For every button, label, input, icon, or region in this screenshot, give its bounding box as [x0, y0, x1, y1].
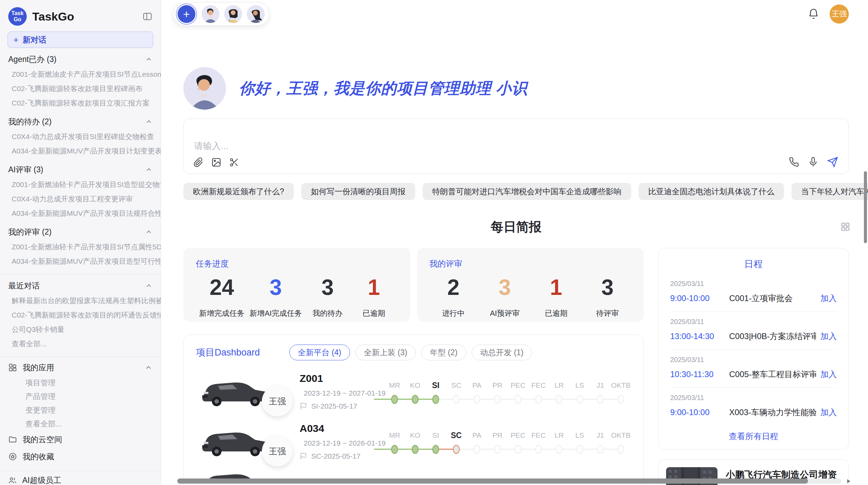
milestone-label: MR	[384, 380, 405, 391]
sidebar-task-item[interactable]: A034-全新新能源MUV产品开发项目计划变更表编写	[0, 144, 161, 158]
suggestion-chip[interactable]: 比亚迪全固态电池计划具体说了什么	[639, 183, 784, 200]
project-row-a034[interactable]: 王强 A034 2023-12-19 ~ 2026-01-19 SC-2025-…	[196, 423, 631, 460]
section-header-recent-chats[interactable]: 最近对话	[0, 278, 161, 294]
stat-label: 已逾期	[353, 308, 394, 319]
message-composer[interactable]	[183, 119, 849, 174]
sidebar-collapse-icon[interactable]	[142, 11, 153, 22]
layout-grid-icon[interactable]	[840, 221, 851, 232]
sidebar-task-item[interactable]: A034-全新新能源MUV产品开发项目造型可行性评审	[0, 254, 161, 269]
dashboard-tab[interactable]: 动总开发 (1)	[472, 345, 532, 360]
join-button[interactable]: 加入	[820, 407, 837, 418]
milestone: PR	[487, 379, 508, 404]
milestone-dot	[515, 445, 521, 454]
new-chat-button[interactable]: + 新对话	[8, 32, 153, 48]
phone-call-icon[interactable]	[789, 157, 799, 167]
horizontal-scrollbar-thumb[interactable]	[177, 478, 808, 484]
section-header-ai-review[interactable]: AI评审 (3)	[0, 162, 161, 177]
sidebar-task-item[interactable]: C02-飞腾新能源轻客改款项目立项汇报方案	[0, 96, 161, 110]
people-icon	[8, 476, 17, 485]
project-vehicle-image: 王强	[196, 373, 275, 410]
user-avatar[interactable]: 王强	[830, 4, 849, 24]
schedule-time: 9:00-10:00	[670, 294, 729, 303]
scroll-right-arrow-icon[interactable]	[845, 478, 852, 484]
milestone-track: MR KO SI SC PA	[384, 379, 631, 404]
suggestion-chip[interactable]: 特朗普可能对进口汽车增税会对中国车企造成哪些影响	[423, 183, 631, 200]
section-title: 最近对话	[8, 281, 40, 291]
sidebar-task-item[interactable]: Z001-全新燃油轻卡产品开发项目SI造型提交物评审	[0, 177, 161, 192]
agent-avatar-3[interactable]	[247, 5, 265, 23]
dashboard-tab[interactable]: 全新上装 (3)	[355, 345, 416, 360]
join-button[interactable]: 加入	[820, 331, 837, 342]
stat-item: 3 待评审	[587, 269, 628, 319]
left-column: 任务进度 24 新增完成任务 3 新增AI完成任务 3 我的待办	[183, 248, 644, 485]
dashboard-tab[interactable]: 全新平台 (4)	[289, 345, 350, 360]
schedule-time: 10:30-11:30	[670, 370, 729, 379]
recent-chat-item[interactable]: 解释最新出台的欧盟报废车法规再生塑料比例被调至15%...	[0, 294, 161, 308]
view-all-schedule-link[interactable]: 查看所有日程	[670, 431, 837, 442]
milestone-dot	[535, 445, 542, 454]
milestone-dot	[576, 395, 583, 404]
recent-chat-item[interactable]: C02-飞腾新能源轻客改款项目的闭环通告反馈情况	[0, 308, 161, 322]
vertical-scrollbar-thumb[interactable]	[864, 171, 867, 243]
milestone: FEC	[528, 379, 549, 404]
project-dashboard-card: 项目Dashboard 全新平台 (4)全新上装 (3)年型 (2)动总开发 (…	[183, 335, 644, 485]
agent-avatar-2[interactable]	[224, 5, 242, 23]
add-agent-button[interactable]: +	[178, 5, 195, 23]
section-title: AI评审 (3)	[8, 164, 43, 175]
app-sub-item[interactable]: 查看全部...	[0, 417, 161, 431]
milestone-dot	[597, 445, 604, 454]
app-sub-item[interactable]: 项目管理	[0, 376, 161, 390]
image-upload-icon[interactable]	[211, 157, 221, 167]
folder-icon	[8, 435, 17, 444]
sidebar-item-cloud-space[interactable]: 我的云空间	[0, 431, 161, 448]
milestone-label: PEC	[508, 430, 528, 441]
section-header-my-todo[interactable]: 我的待办 (2)	[0, 114, 161, 129]
sidebar-task-item[interactable]: Z001-全新燃油轻卡产品开发项目SI节点属性5D文件评审	[0, 240, 161, 254]
app-sub-item[interactable]: 变更管理	[0, 403, 161, 417]
owner-name: 王强	[269, 396, 286, 407]
sidebar: Task Go TaskGo + 新对话 Agent已办 (3) Z001-全新…	[0, 0, 161, 485]
suggestion-chips: 欧洲新规最近颁布了什么?如何写一份清晰的项目周报特朗普可能对进口汽车增税会对中国…	[183, 183, 849, 200]
join-button[interactable]: 加入	[820, 369, 837, 380]
suggestion-chip[interactable]: 欧洲新规最近颁布了什么?	[183, 183, 294, 200]
horizontal-scrollbar[interactable]	[177, 478, 841, 484]
notification-bell-icon[interactable]	[808, 8, 819, 20]
section-header-agent-done[interactable]: Agent已办 (3)	[0, 51, 161, 67]
screenshot-scissors-icon[interactable]	[229, 157, 239, 167]
milestone-dot	[535, 395, 542, 404]
suggestion-chip[interactable]: 如何写一份清晰的项目周报	[301, 183, 415, 200]
recent-chat-item[interactable]: 公司Q3轻卡销量	[0, 322, 161, 337]
sidebar-item-my-apps[interactable]: 我的应用	[0, 359, 161, 376]
project-row-z001[interactable]: 王强 Z001 2023-12-19 ~ 2027-01-19 SI-2025-…	[196, 373, 631, 410]
chevron-up-icon	[145, 118, 153, 125]
agent-switcher: +	[173, 2, 269, 26]
paperclip-icon[interactable]	[193, 157, 204, 167]
agent-avatar-1[interactable]	[202, 5, 219, 23]
app-sub-item[interactable]: 产品管理	[0, 390, 161, 403]
milestone: OKTB	[611, 429, 631, 454]
daily-briefing-title: 每日简报	[491, 219, 542, 236]
dashboard-tab[interactable]: 年型 (2)	[421, 345, 466, 360]
sidebar-item-favorites[interactable]: 我的收藏	[0, 448, 161, 465]
sidebar-task-item[interactable]: C02-飞腾新能源轻客改款项目里程碑画布	[0, 82, 161, 96]
sidebar-task-item[interactable]: C0X4-动力总成开发项目SI里程碑提交物检查	[0, 129, 161, 144]
milestone-dot	[597, 395, 604, 404]
send-icon[interactable]	[827, 157, 838, 167]
suggestion-chip[interactable]: 当下年轻人对汽车外观有怎样的喜好趋势	[792, 183, 868, 200]
divider	[0, 471, 161, 471]
stat-label: 待评审	[587, 308, 628, 319]
schedule-entry: 2025/03/11 13:00-14:30 C003|H0B-方案冻结评审 加…	[670, 311, 837, 349]
microphone-icon[interactable]	[808, 157, 818, 167]
section-title: Agent已办 (3)	[8, 54, 57, 65]
sidebar-task-item[interactable]: C0X4-动力总成开发项目工程变更评审	[0, 192, 161, 206]
chat-input[interactable]	[194, 141, 645, 151]
schedule-row: 9:00-10:00 X003-车辆动力学性能验... 加入	[670, 407, 837, 418]
recent-chat-item[interactable]: 查看全部...	[0, 337, 161, 351]
sidebar-task-item[interactable]: Z001-全新燃油皮卡产品开发项目SI节点Lesson Learn报告	[0, 67, 161, 82]
sidebar-task-item[interactable]: A034-全新新能源MUV产品开发项目法规符合性评审	[0, 206, 161, 221]
section-header-my-review[interactable]: 我的评审 (2)	[0, 224, 161, 240]
milestone-dot	[617, 445, 624, 454]
assistant-greeting-block: 你好，王强，我是你的项目管理助理 小识	[183, 67, 849, 110]
sidebar-item-ai-super-staff[interactable]: AI超级员工	[0, 473, 161, 485]
join-button[interactable]: 加入	[820, 293, 837, 304]
